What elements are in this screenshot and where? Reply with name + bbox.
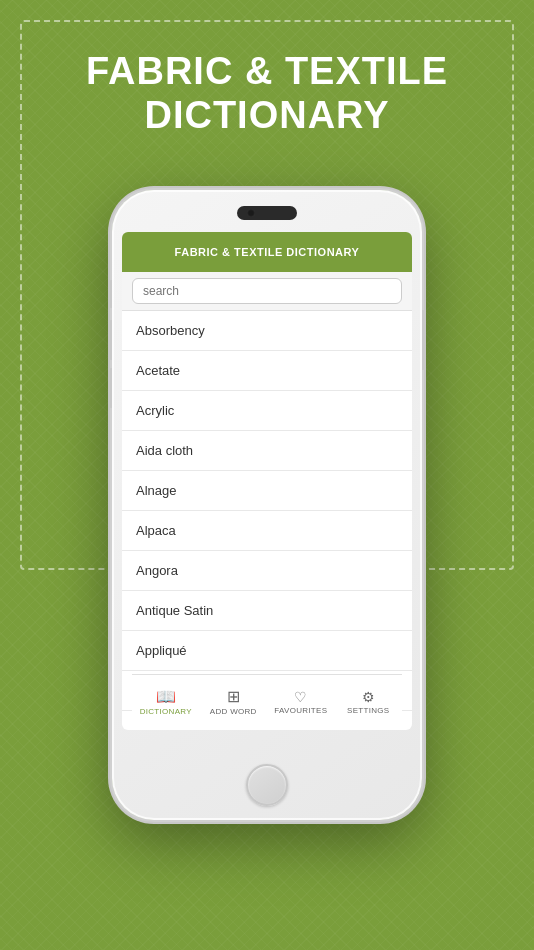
add-word-icon: ⊞ [227, 689, 240, 705]
tab-add-word[interactable]: ⊞ ADD WORD [200, 689, 268, 716]
list-item[interactable]: Antique Satin [122, 591, 412, 631]
dictionary-icon: 📖 [156, 689, 176, 705]
search-bar-container [122, 272, 412, 311]
list-item[interactable]: Appliqué [122, 631, 412, 671]
tab-add-word-label: ADD WORD [210, 707, 257, 716]
search-input[interactable] [132, 278, 402, 304]
phone-screen: FABRIC & TEXTILE DICTIONARY AbsorbencyAc… [122, 232, 412, 730]
favourites-icon: ♡ [294, 690, 307, 704]
tab-dictionary[interactable]: 📖 DICTIONARY [132, 689, 200, 716]
phone-mute-button [108, 280, 112, 308]
list-item[interactable]: Angora [122, 551, 412, 591]
list-item[interactable]: Alnage [122, 471, 412, 511]
tab-favourites-label: FAVOURITES [274, 706, 327, 715]
phone-power-button [422, 310, 426, 370]
phone-device: FABRIC & TEXTILE DICTIONARY AbsorbencyAc… [112, 190, 422, 820]
settings-icon: ⚙ [362, 690, 375, 704]
screen-header-title: FABRIC & TEXTILE DICTIONARY [138, 246, 396, 258]
phone-volume-down-button [108, 368, 112, 408]
list-item[interactable]: Acetate [122, 351, 412, 391]
phone-body: FABRIC & TEXTILE DICTIONARY AbsorbencyAc… [112, 190, 422, 820]
list-item[interactable]: Absorbency [122, 311, 412, 351]
tab-dictionary-label: DICTIONARY [140, 707, 192, 716]
phone-home-button[interactable] [246, 764, 288, 806]
word-list: AbsorbencyAcetateAcrylicAida clothAlnage… [122, 311, 412, 719]
list-item[interactable]: Aida cloth [122, 431, 412, 471]
list-item[interactable]: Alpaca [122, 511, 412, 551]
app-title-line2: DICTIONARY [40, 94, 494, 138]
tab-favourites[interactable]: ♡ FAVOURITES [267, 690, 335, 715]
tab-bar: 📖 DICTIONARY ⊞ ADD WORD ♡ FAVOURITES ⚙ S… [132, 674, 402, 730]
app-title: FABRIC & TEXTILE DICTIONARY [0, 40, 534, 147]
app-title-line1: FABRIC & TEXTILE [40, 50, 494, 94]
tab-settings[interactable]: ⚙ SETTINGS [335, 690, 403, 715]
phone-volume-up-button [108, 320, 112, 360]
phone-camera [237, 206, 297, 220]
tab-settings-label: SETTINGS [347, 706, 389, 715]
screen-header: FABRIC & TEXTILE DICTIONARY [122, 232, 412, 272]
list-item[interactable]: Acrylic [122, 391, 412, 431]
